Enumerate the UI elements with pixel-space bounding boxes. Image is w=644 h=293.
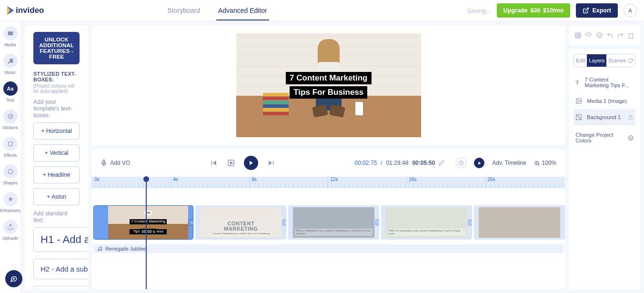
iconbar-enhancers[interactable]: Enhancers	[0, 192, 20, 213]
add-h1-heading[interactable]: H1 - Add a heading	[33, 227, 88, 252]
transition-2[interactable]: ⇋	[282, 219, 286, 226]
effects-icon	[7, 141, 14, 147]
svg-line-39	[576, 115, 582, 120]
undo-button[interactable]	[606, 32, 614, 39]
chat-button[interactable]	[5, 270, 22, 287]
upgrade-button[interactable]: Upgrade $20 $10/mo	[497, 3, 571, 18]
iconbar-effects[interactable]: Effects	[3, 137, 18, 158]
clip-3[interactable]: 90% of Marketers use content marketing i…	[288, 205, 379, 240]
lock-icon	[628, 114, 634, 120]
layer-background[interactable]: Background 1	[574, 109, 635, 125]
add-horizontal-button[interactable]: + Horizontal	[33, 122, 80, 140]
playback-controls: Add VO 00:02:75 / 01:29:48 00:05:50	[92, 149, 565, 177]
chat-icon	[10, 275, 18, 283]
clip-handle-left[interactable]	[94, 206, 108, 239]
edit-time-button[interactable]	[439, 160, 444, 166]
video-icon	[7, 30, 14, 37]
add-h2-subheading[interactable]: H2 - Add a subheading	[33, 259, 88, 279]
export-button[interactable]: Export	[576, 3, 618, 18]
audio-track[interactable]: Renegade Jubilee	[93, 244, 564, 253]
timeline-ruler[interactable]: 0s 4s 8s 12s 16s 20s	[92, 177, 565, 188]
clip-2[interactable]: CONTENT MARKETING Content Marketing is o…	[195, 205, 286, 240]
clip-1[interactable]: ••• 7 Content Marketing Tips For Busines…	[93, 205, 193, 240]
iconbar-text[interactable]: Aa Text	[3, 81, 18, 102]
iconbar-uploads[interactable]: Uploads	[2, 220, 18, 241]
tab-edit[interactable]: Edit	[574, 54, 587, 67]
timeline-panel: Add VO 00:02:75 / 01:29:48 00:05:50	[92, 149, 565, 289]
user-avatar[interactable]: A	[624, 4, 637, 17]
tab-scenes[interactable]: Scenes	[606, 54, 635, 67]
playhead[interactable]	[146, 177, 147, 289]
tab-storyboard[interactable]: Storyboard	[166, 1, 202, 20]
play-all-button[interactable]	[474, 158, 484, 168]
preview-panel: 7 Content Marketing Tips For Business	[92, 25, 565, 145]
iconbar-shapes[interactable]: Shapes	[3, 164, 18, 185]
right-panel-body: Edit Layers Scenes T 7 Content Marketing…	[569, 49, 640, 289]
shapes-icon	[7, 168, 14, 175]
time-total: 00:05:50	[412, 160, 435, 166]
sticker-icon	[7, 113, 14, 120]
zoom-value: 100%	[542, 160, 557, 166]
zoom-control[interactable]: 100%	[534, 160, 557, 166]
upgrade-old-price: $20	[530, 7, 540, 14]
history-button[interactable]	[456, 158, 466, 168]
clip-5[interactable]	[474, 205, 565, 240]
video-preview[interactable]: 7 Content Marketing Tips For Business	[236, 33, 421, 137]
iconbar-shapes-label: Shapes	[3, 181, 18, 185]
transition-4[interactable]: ⇋	[468, 219, 472, 226]
play-outline-icon	[227, 159, 235, 167]
change-project-colors[interactable]: Change Project Colors	[574, 127, 635, 148]
skip-prev-button[interactable]	[210, 159, 218, 167]
iconbar-music-label: Music	[5, 70, 16, 75]
saving-status: Saving...	[467, 7, 491, 14]
add-headline-button[interactable]: + Headline	[33, 166, 80, 183]
add-vertical-button[interactable]: + Vertical	[33, 144, 80, 162]
layer-text[interactable]: T 7 Content Marketing Tips F...	[574, 72, 635, 93]
stack-icon[interactable]	[596, 32, 603, 39]
svg-point-27	[98, 249, 100, 251]
time-sep: /	[381, 160, 382, 166]
audio-track-name: Renegade Jubilee	[105, 246, 146, 252]
unlock-features-banner[interactable]: UNLOCK ADDITIONAL FEATURES - FREE	[33, 32, 80, 64]
right-panel-toolbar	[569, 25, 640, 45]
add-b1-body[interactable]: B1 - Add a body text	[33, 286, 88, 289]
adv-timeline-label[interactable]: Adv. Timeline	[492, 160, 526, 166]
export-label: Export	[592, 7, 611, 14]
trash-icon	[627, 32, 634, 39]
tab-advanced-editor[interactable]: Advanced Editor	[216, 1, 269, 20]
text-icon: Aa	[3, 81, 18, 96]
right-panel: Edit Layers Scenes T 7 Content Marketing…	[569, 21, 644, 293]
layer-media[interactable]: Media 1 (Image)	[574, 93, 635, 109]
svg-rect-40	[629, 117, 633, 120]
pencil-icon	[439, 160, 444, 166]
zoom-icon	[534, 160, 540, 166]
upgrade-new-price: $10/mo	[543, 7, 564, 14]
clip-4[interactable]: 59% of companies use content marketing i…	[381, 205, 472, 240]
app-header: invideo Storyboard Advanced Editor Savin…	[0, 0, 644, 21]
svg-rect-29	[575, 32, 581, 38]
transition-3[interactable]: ⇋	[375, 219, 379, 226]
layers-icon[interactable]	[585, 32, 592, 39]
undo-icon	[606, 32, 614, 39]
skip-next-button[interactable]	[267, 159, 275, 167]
svg-point-6	[11, 115, 11, 116]
main-content: Media Music Aa Text Stickers Effects Sha…	[0, 21, 644, 293]
iconbar-music[interactable]: Music	[3, 54, 18, 75]
iconbar-stickers[interactable]: Stickers	[3, 109, 18, 130]
layer-bg-label: Background 1	[587, 114, 621, 120]
preview-text-1: 7 Content Marketing	[286, 72, 371, 84]
play-outline-button[interactable]	[227, 159, 235, 167]
grid-icon[interactable]	[574, 32, 582, 39]
svg-point-2	[8, 62, 10, 64]
delete-button[interactable]	[627, 32, 634, 39]
skip-next-icon	[267, 159, 275, 167]
redo-button[interactable]	[617, 32, 624, 39]
iconbar-media[interactable]: Media	[3, 26, 18, 47]
clip-menu-button[interactable]: •••	[144, 211, 152, 215]
logo[interactable]: invideo	[7, 6, 44, 15]
add-aston-button[interactable]: + Aston	[33, 188, 80, 205]
tab-layers[interactable]: Layers	[587, 54, 606, 67]
add-vo-button[interactable]: Add VO	[101, 160, 130, 166]
play-button[interactable]	[244, 156, 258, 170]
clip-split-marker[interactable]: ⇋	[188, 219, 193, 226]
